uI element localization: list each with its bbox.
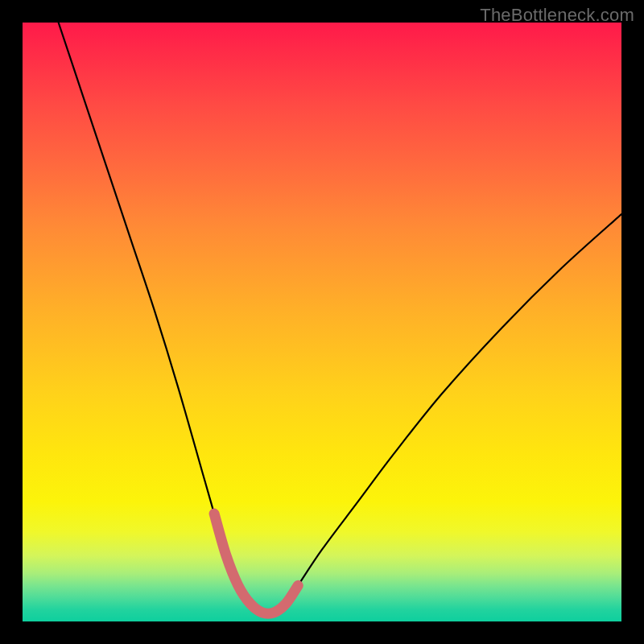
watermark-text: TheBottleneck.com [480, 5, 634, 26]
chart-frame: TheBottleneck.com [0, 0, 644, 644]
bottleneck-curve [59, 23, 621, 613]
optimal-range-highlight [214, 514, 298, 613]
plot-area [23, 23, 621, 621]
curve-layer [23, 23, 621, 621]
